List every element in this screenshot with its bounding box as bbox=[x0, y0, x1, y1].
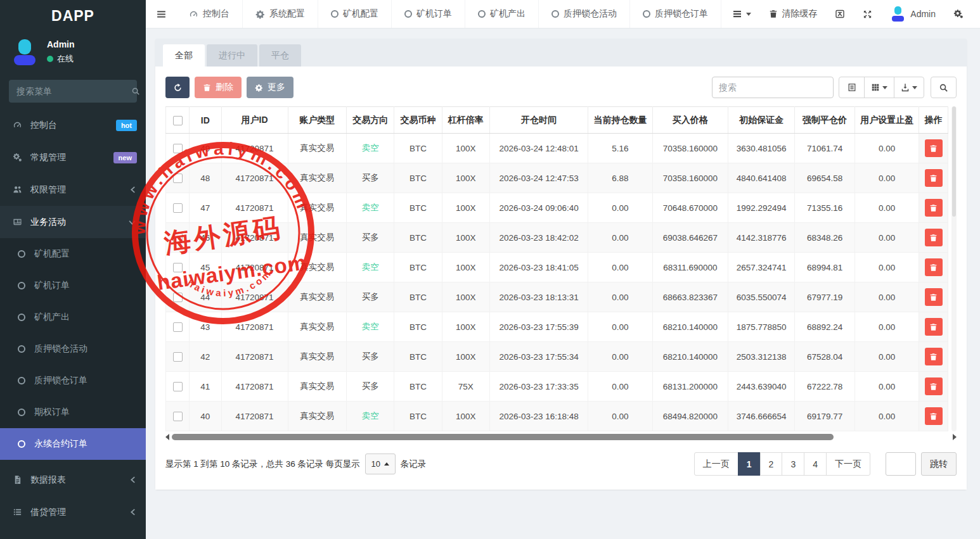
sidebar-subitem-miner-orders[interactable]: 矿机订单 bbox=[0, 270, 146, 301]
sidebar-subitem-staking-activity[interactable]: 质押锁仓活动 bbox=[0, 333, 146, 365]
row-checkbox[interactable] bbox=[173, 263, 183, 272]
column-header: 开仓时间 bbox=[489, 107, 588, 134]
fullscreen-button[interactable] bbox=[855, 0, 880, 29]
cell-coin: BTC bbox=[394, 193, 442, 223]
cell-take-profit: 0.00 bbox=[855, 342, 919, 372]
sidebar-item-data-reports[interactable]: 数据报表 bbox=[0, 464, 146, 496]
vertical-scrollbar[interactable] bbox=[951, 106, 957, 431]
select-all-checkbox[interactable] bbox=[173, 116, 183, 125]
page-size-select[interactable]: 10 bbox=[365, 453, 396, 474]
sidebar-item-general-management[interactable]: 常规管理new bbox=[0, 141, 146, 174]
cell-liq-price: 67528.04 bbox=[795, 342, 855, 372]
row-checkbox[interactable] bbox=[173, 382, 183, 391]
tab-in-progress[interactable]: 进行中 bbox=[207, 44, 257, 67]
sidebar-item-console[interactable]: 控制台hot bbox=[0, 109, 146, 141]
language-button[interactable] bbox=[827, 0, 853, 29]
sidebar-subitem-option-orders[interactable]: 期权订单 bbox=[0, 396, 146, 428]
advanced-search-button[interactable] bbox=[931, 77, 957, 98]
sidebar-subitem-miner-output[interactable]: 矿机产出 bbox=[0, 301, 146, 333]
circle-icon bbox=[478, 10, 486, 18]
row-checkbox[interactable] bbox=[173, 233, 183, 243]
row-delete-button[interactable] bbox=[925, 199, 943, 217]
cell-qty: 0.00 bbox=[588, 312, 652, 342]
cell-qty: 0.00 bbox=[588, 193, 652, 223]
tab-strip: 全部进行中平仓 bbox=[155, 39, 967, 67]
row-checkbox[interactable] bbox=[173, 293, 183, 302]
page-jump-input[interactable] bbox=[886, 452, 916, 476]
tab-all[interactable]: 全部 bbox=[163, 44, 205, 67]
row-checkbox[interactable] bbox=[173, 412, 183, 421]
row-checkbox[interactable] bbox=[173, 203, 183, 213]
sidebar-subitem-staking-orders[interactable]: 质押锁仓订单 bbox=[0, 365, 146, 396]
cell-buy-price: 68311.690000 bbox=[652, 253, 728, 282]
page-button-next[interactable]: 下一页 bbox=[826, 452, 870, 476]
page-button-3[interactable]: 3 bbox=[782, 452, 804, 476]
row-checkbox[interactable] bbox=[173, 352, 183, 362]
topnav-item-miner-config[interactable]: 矿机配置 bbox=[318, 0, 392, 28]
cell-account-type: 真实交易 bbox=[288, 372, 347, 402]
cell-open-time: 2026-03-23 18:41:05 bbox=[489, 253, 588, 282]
row-delete-button[interactable] bbox=[925, 407, 943, 425]
sidebar-item-permission-management[interactable]: 权限管理 bbox=[0, 174, 146, 206]
clear-cache-button[interactable]: 清除缓存 bbox=[761, 0, 825, 29]
cell-open-time: 2026-03-23 16:18:48 bbox=[489, 402, 588, 431]
row-delete-button[interactable] bbox=[925, 348, 943, 365]
topnav-item-staking-orders[interactable]: 质押锁仓订单 bbox=[630, 0, 721, 28]
main-content: 全部进行中平仓 删除 更多 bbox=[146, 29, 980, 539]
page-button-2[interactable]: 2 bbox=[760, 452, 783, 476]
export-button[interactable] bbox=[894, 77, 924, 98]
delete-button[interactable]: 删除 bbox=[195, 77, 242, 98]
scroll-right-arrow-icon[interactable] bbox=[953, 434, 957, 440]
hamburger-menu-icon[interactable] bbox=[146, 0, 176, 28]
row-delete-button[interactable] bbox=[925, 377, 943, 395]
topnav-item-console[interactable]: 控制台 bbox=[176, 0, 243, 28]
row-delete-button[interactable] bbox=[925, 229, 943, 246]
cell-liq-price: 69179.77 bbox=[795, 402, 855, 431]
user-menu[interactable]: Admin bbox=[882, 0, 943, 29]
page-jump-button[interactable]: 跳转 bbox=[921, 452, 957, 476]
topnav-item-miner-output[interactable]: 矿机产出 bbox=[465, 0, 539, 28]
sidebar-item-partial-item[interactable] bbox=[0, 528, 146, 539]
scroll-left-arrow-icon[interactable] bbox=[165, 434, 169, 440]
column-header: 用户设置止盈 bbox=[855, 107, 919, 134]
page-button-4[interactable]: 4 bbox=[804, 452, 827, 476]
sidebar-search-input[interactable] bbox=[16, 86, 131, 96]
list-icon bbox=[732, 9, 742, 19]
row-checkbox[interactable] bbox=[173, 322, 183, 332]
row-delete-button[interactable] bbox=[925, 288, 943, 306]
table-row: 4741720871真实交易卖空BTC100X2026-03-24 09:06:… bbox=[166, 193, 948, 223]
page-button-prev[interactable]: 上一页 bbox=[694, 452, 738, 476]
avatar bbox=[11, 38, 39, 66]
row-delete-button[interactable] bbox=[925, 318, 943, 336]
more-button[interactable]: 更多 bbox=[247, 77, 293, 98]
summary-prefix: 显示第 1 到第 10 条记录，总共 36 条记录 每页显示 bbox=[165, 459, 360, 470]
tab-closed[interactable]: 平仓 bbox=[259, 44, 301, 67]
sidebar-submenu: 矿机配置矿机订单矿机产出质押锁仓活动质押锁仓订单期权订单永续合约订单 bbox=[0, 238, 146, 460]
scrollbar-thumb[interactable] bbox=[172, 434, 834, 440]
sidebar-subitem-perpetual-contract-orders[interactable]: 永续合约订单 bbox=[0, 428, 146, 460]
topnav-item-system-config[interactable]: 系统配置 bbox=[243, 0, 318, 28]
sidebar-subitem-miner-config[interactable]: 矿机配置 bbox=[0, 238, 146, 270]
columns-button[interactable] bbox=[864, 77, 894, 98]
topnav-item-staking-activity[interactable]: 质押锁仓活动 bbox=[539, 0, 630, 28]
sidebar-item-lending-management[interactable]: 借贷管理 bbox=[0, 496, 146, 528]
refresh-button[interactable] bbox=[165, 77, 190, 98]
cell-margin: 4142.318776 bbox=[728, 223, 795, 253]
detail-view-button[interactable] bbox=[839, 77, 865, 98]
table-search-input[interactable] bbox=[712, 77, 834, 98]
sidebar-item-business-activity[interactable]: 业务活动 bbox=[0, 206, 146, 238]
horizontal-scrollbar[interactable] bbox=[165, 433, 957, 441]
row-delete-button[interactable] bbox=[925, 139, 943, 157]
row-delete-button[interactable] bbox=[925, 258, 943, 276]
row-checkbox[interactable] bbox=[173, 174, 183, 183]
cell-account-type: 真实交易 bbox=[288, 312, 347, 342]
cell-coin: BTC bbox=[394, 342, 442, 372]
list-dropdown-button[interactable] bbox=[725, 0, 759, 29]
topnav-item-miner-orders[interactable]: 矿机订单 bbox=[392, 0, 465, 28]
online-dot-icon bbox=[47, 56, 53, 62]
row-delete-button[interactable] bbox=[925, 169, 943, 187]
topbar-nav: 控制台系统配置矿机配置矿机订单矿机产出质押锁仓活动质押锁仓订单 bbox=[176, 0, 721, 28]
settings-button[interactable] bbox=[946, 0, 971, 29]
row-checkbox[interactable] bbox=[173, 144, 183, 153]
page-button-1[interactable]: 1 bbox=[738, 452, 761, 476]
